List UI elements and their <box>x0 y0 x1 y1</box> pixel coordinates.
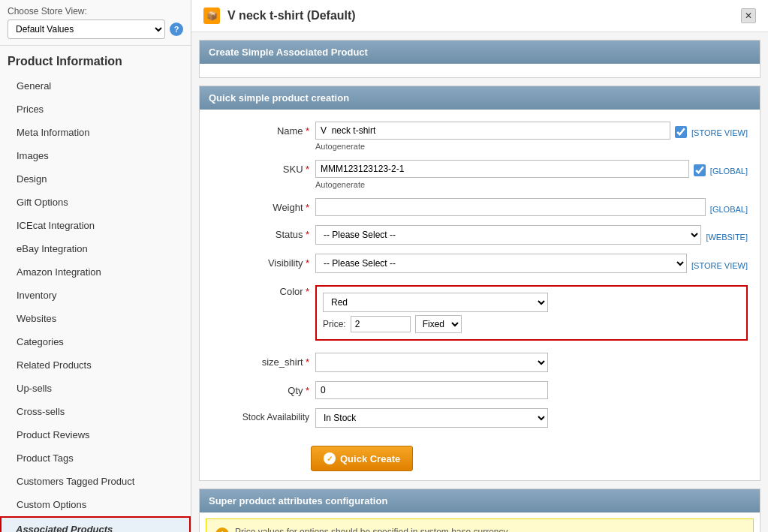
qty-input[interactable] <box>315 381 548 399</box>
sidebar-item-upsells[interactable]: Up-sells <box>0 377 191 400</box>
quick-creation-section: Quick simple product creation Name * [ST… <box>199 86 760 481</box>
status-label: Status * <box>212 225 309 240</box>
page-header: 📦 V neck t-shirt (Default) ✕ <box>191 0 768 32</box>
store-view-label: Choose Store View: <box>8 6 183 17</box>
status-select[interactable]: -- Please Select -- <box>315 225 701 245</box>
sidebar-item-meta[interactable]: Meta Information <box>0 121 191 144</box>
color-row: Color * Red Price: <box>212 278 748 348</box>
help-icon[interactable]: ? <box>170 23 183 36</box>
qty-label: Qty * <box>212 381 309 396</box>
weight-label: Weight * <box>212 198 309 213</box>
sidebar-item-crosssells[interactable]: Cross-sells <box>0 400 191 423</box>
product-icon: 📦 <box>203 8 220 24</box>
sidebar: Choose Store View: Default Values ? Prod… <box>0 0 191 532</box>
color-label: Color * <box>212 282 309 297</box>
store-view-section: Choose Store View: Default Values ? <box>0 0 191 46</box>
sidebar-item-images[interactable]: Images <box>0 144 191 167</box>
stock-controls: In Stock <box>315 408 748 428</box>
quick-create-icon: ✓ <box>324 452 336 464</box>
name-autogenerate: Autogenerate <box>315 142 748 151</box>
sidebar-item-ebay[interactable]: eBay Integration <box>0 237 191 260</box>
sidebar-item-design[interactable]: Design <box>0 167 191 191</box>
color-controls: Red Price: Fixed <box>315 282 748 344</box>
sidebar-item-reviews[interactable]: Product Reviews <box>0 423 191 446</box>
sidebar-item-websites[interactable]: Websites <box>0 307 191 330</box>
visibility-row: Visibility * -- Please Select -- [STORE … <box>212 249 748 278</box>
name-scope-checkbox[interactable] <box>675 126 687 138</box>
sidebar-item-prices[interactable]: Prices <box>0 98 191 121</box>
status-controls: -- Please Select -- [WEBSITE] <box>315 225 748 245</box>
price-label: Price: <box>323 319 346 329</box>
visibility-select[interactable]: -- Please Select -- <box>315 254 687 273</box>
quick-create-label: Quick Create <box>340 453 400 464</box>
sku-controls: [GLOBAL] Autogenerate <box>315 160 748 189</box>
color-price-row: Price: Fixed <box>323 315 740 333</box>
weight-scope-label: [GLOBAL] <box>710 201 748 214</box>
name-input[interactable] <box>315 122 670 140</box>
sidebar-item-inventory[interactable]: Inventory <box>0 284 191 307</box>
sidebar-item-icecat[interactable]: ICEcat Integration <box>0 214 191 237</box>
sidebar-item-associated[interactable]: Associated Products <box>0 516 191 532</box>
sidebar-item-tags[interactable]: Product Tags <box>0 446 191 470</box>
sku-input[interactable] <box>315 160 689 178</box>
name-scope-label: [STORE VIEW] <box>691 125 748 137</box>
color-select[interactable]: Red <box>323 293 548 312</box>
quick-creation-header: Quick simple product creation <box>200 86 760 110</box>
price-type-select[interactable]: Fixed <box>415 315 462 333</box>
stock-row: Stock Availability In Stock <box>212 404 748 432</box>
sidebar-item-general[interactable]: General <box>0 74 191 98</box>
super-product-section: Super product attributes configuration !… <box>199 488 760 532</box>
sidebar-item-categories[interactable]: Categories <box>0 330 191 353</box>
info-text-1: Price values for options should be speci… <box>235 527 510 532</box>
stock-select[interactable]: In Stock <box>315 408 548 428</box>
sidebar-item-customers-tagged[interactable]: Customers Tagged Product <box>0 470 191 493</box>
stock-label: Stock Availability <box>212 408 309 422</box>
quick-creation-form: Name * [STORE VIEW] Autogenerate SKU * <box>200 110 760 440</box>
visibility-label: Visibility * <box>212 254 309 269</box>
sidebar-item-custom-options[interactable]: Custom Options <box>0 493 191 516</box>
size-shirt-controls <box>315 353 748 372</box>
store-view-select[interactable]: Default Values <box>8 20 165 39</box>
info-icon-1: ! <box>215 527 229 532</box>
size-shirt-label: size_shirt * <box>212 353 309 368</box>
weight-row: Weight * [GLOBAL] <box>212 194 748 221</box>
name-row: Name * [STORE VIEW] Autogenerate <box>212 117 748 155</box>
weight-controls: [GLOBAL] <box>315 198 748 216</box>
sku-scope-checkbox[interactable] <box>694 164 706 176</box>
create-section-header: Create Simple Associated Product <box>200 41 760 64</box>
size-shirt-row: size_shirt * <box>212 348 748 377</box>
color-highlight-box: Red Price: Fixed <box>315 285 748 341</box>
status-scope-label: [WEBSITE] <box>706 229 748 242</box>
name-label: Name * <box>212 122 309 137</box>
main-content: 📦 V neck t-shirt (Default) ✕ Create Simp… <box>191 0 768 532</box>
page-title: V neck t-shirt (Default) <box>227 9 356 23</box>
sku-label: SKU * <box>212 160 309 175</box>
nav-list: General Prices Meta Information Images D… <box>0 74 191 532</box>
sku-scope-label: [GLOBAL] <box>710 163 748 176</box>
create-section: Create Simple Associated Product <box>199 40 760 78</box>
sidebar-item-related[interactable]: Related Products <box>0 353 191 377</box>
sidebar-item-gift-options[interactable]: Gift Options <box>0 191 191 214</box>
size-shirt-select[interactable] <box>315 353 548 372</box>
weight-input[interactable] <box>315 198 706 216</box>
visibility-controls: -- Please Select -- [STORE VIEW] <box>315 254 748 273</box>
price-input[interactable] <box>351 316 411 332</box>
btn-area: ✓ Quick Create <box>200 440 760 480</box>
super-product-header: Super product attributes configuration <box>200 489 760 512</box>
quick-create-button[interactable]: ✓ Quick Create <box>311 446 413 471</box>
sku-autogenerate: Autogenerate <box>315 180 748 189</box>
qty-row: Qty * <box>212 377 748 404</box>
visibility-scope-label: [STORE VIEW] <box>691 257 748 270</box>
close-button[interactable]: ✕ <box>741 8 756 23</box>
sidebar-item-amazon[interactable]: Amazon Integration <box>0 260 191 284</box>
status-row: Status * -- Please Select -- [WEBSITE] <box>212 221 748 249</box>
product-info-title: Product Information <box>0 46 191 74</box>
super-product-info: ! Price values for options should be spe… <box>206 518 754 532</box>
sku-row: SKU * [GLOBAL] Autogenerate <box>212 155 748 194</box>
name-controls: [STORE VIEW] Autogenerate <box>315 122 748 151</box>
info-row-1: ! Price values for options should be spe… <box>215 527 744 532</box>
qty-controls <box>315 381 748 399</box>
